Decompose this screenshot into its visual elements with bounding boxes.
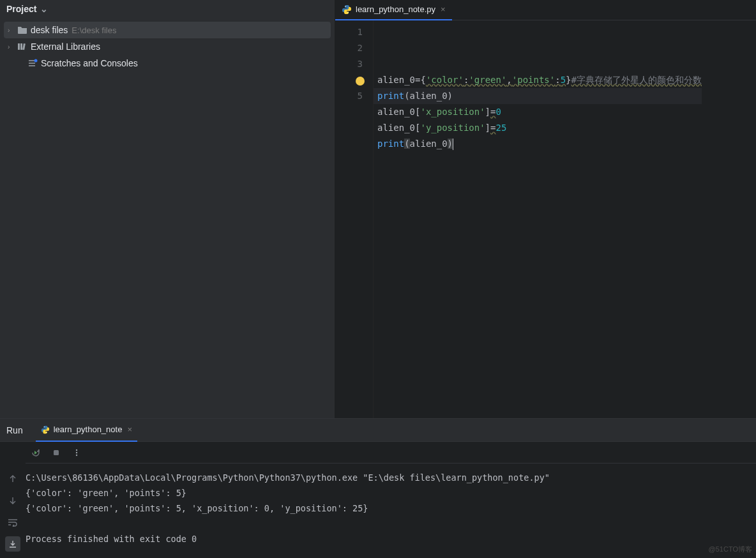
rerun-icon[interactable] — [28, 445, 43, 460]
tree-item-label: desk files — [31, 25, 68, 35]
run-toolbar — [26, 442, 756, 464]
watermark: @51CTO博客 — [709, 545, 752, 554]
down-arrow-icon[interactable] — [5, 493, 20, 508]
run-tab-label: learn_python_note — [54, 425, 123, 434]
run-title: Run — [6, 425, 23, 435]
up-arrow-icon[interactable] — [5, 471, 20, 486]
folder-icon — [17, 26, 28, 34]
svg-point-3 — [34, 59, 38, 63]
scratch-icon — [27, 59, 38, 68]
run-panel: Run learn_python_note × — [0, 418, 756, 558]
line-number: 5 — [335, 88, 363, 104]
python-file-icon — [342, 4, 352, 15]
lib-icon — [17, 42, 28, 51]
tree-item-label: Scratches and Consoles — [41, 58, 138, 68]
project-title: Project — [6, 4, 36, 14]
scroll-to-end-icon[interactable] — [5, 536, 20, 552]
line-number: 3 — [335, 56, 363, 72]
svg-rect-8 — [54, 450, 59, 455]
svg-point-9 — [76, 449, 77, 450]
line-number: 2 — [335, 40, 363, 56]
code-area[interactable]: 12345 alien_0={'color':'green','points':… — [335, 20, 756, 418]
close-icon[interactable]: × — [127, 425, 132, 434]
code-line[interactable]: alien_0['y_position']=25 — [377, 120, 702, 136]
project-tree: ›desk filesE:\desk files›External Librar… — [0, 19, 335, 74]
code-line[interactable]: print(alien_0) — [377, 136, 702, 152]
editor-panel: learn_python_note.py × 12345 alien_0={'c… — [335, 0, 756, 418]
tree-item-label: External Libraries — [31, 41, 100, 52]
chevron-down-icon: ⌄ — [40, 4, 48, 14]
svg-point-7 — [46, 432, 47, 432]
svg-point-11 — [76, 454, 77, 455]
tree-item-path: E:\desk files — [72, 26, 116, 35]
chevron-right-icon: › — [8, 43, 17, 50]
gutter: 12345 — [335, 20, 374, 418]
tree-item-desk-files[interactable]: ›desk filesE:\desk files — [4, 22, 331, 38]
project-sidebar: Project ⌄ ›desk filesE:\desk files›Exter… — [0, 0, 335, 418]
chevron-right-icon: › — [8, 27, 17, 34]
line-number: 1 — [335, 24, 363, 40]
tab-learn-python-note[interactable]: learn_python_note.py × — [335, 0, 452, 20]
svg-point-5 — [347, 12, 348, 13]
run-tab[interactable]: learn_python_note × — [36, 419, 137, 442]
soft-wrap-icon[interactable] — [5, 515, 20, 530]
more-icon[interactable] — [69, 445, 84, 460]
tree-item-external-libraries[interactable]: ›External Libraries — [4, 38, 331, 55]
svg-rect-1 — [20, 43, 22, 50]
svg-rect-0 — [18, 43, 20, 50]
close-icon[interactable]: × — [441, 4, 446, 14]
run-header: Run learn_python_note × — [0, 419, 756, 442]
stop-icon[interactable] — [49, 445, 64, 460]
editor-tabs: learn_python_note.py × — [335, 0, 756, 20]
code-line[interactable]: alien_0['x_position']=0 — [377, 104, 702, 120]
code-line[interactable]: print(alien_0) — [377, 88, 702, 104]
python-file-icon — [41, 425, 50, 434]
tree-item-scratches-and-consoles[interactable]: Scratches and Consoles — [4, 55, 331, 72]
svg-point-10 — [76, 451, 77, 453]
project-panel-header[interactable]: Project ⌄ — [0, 0, 335, 19]
svg-rect-2 — [22, 43, 26, 50]
tab-filename: learn_python_note.py — [356, 4, 435, 14]
run-side-toolbar — [0, 442, 26, 558]
code-content[interactable]: alien_0={'color':'green','points':5}#字典存… — [374, 20, 702, 418]
console-output[interactable]: C:\Users\86136\AppData\Local\Programs\Py… — [26, 464, 756, 547]
svg-point-6 — [43, 426, 44, 427]
svg-point-4 — [345, 6, 345, 6]
code-line[interactable]: alien_0={'color':'green','points':5}#字典存… — [377, 72, 702, 88]
lightbulb-icon[interactable] — [356, 77, 365, 86]
